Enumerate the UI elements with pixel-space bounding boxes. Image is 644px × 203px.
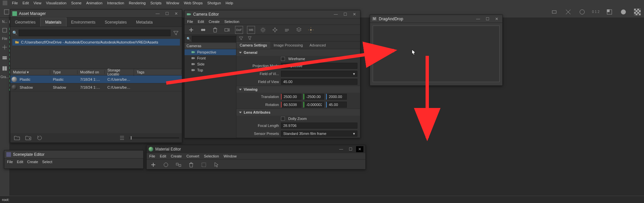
sceneplate-titlebar[interactable]: Sceneplate Editor: [4, 151, 143, 158]
flare-icon[interactable]: [307, 26, 315, 34]
menu-window[interactable]: Window: [166, 1, 179, 5]
sensor-preset-select[interactable]: Standard 35mm film frame▾: [281, 131, 357, 137]
layers-icon[interactable]: [295, 26, 303, 34]
sp-menu-edit[interactable]: Edit: [17, 160, 23, 164]
list-view-icon[interactable]: [118, 134, 126, 142]
tree-item-perspective[interactable]: Perspective: [185, 49, 236, 55]
translation-x[interactable]: [281, 94, 302, 100]
draganddrop-titlebar[interactable]: M DragAndDrop — ☐ ✕: [370, 15, 502, 23]
menu-webshops[interactable]: Web Shops: [184, 1, 203, 5]
sphere-icon[interactable]: [162, 161, 170, 169]
tab-camera-settings[interactable]: Camera Settings: [236, 42, 270, 49]
col-material[interactable]: Material ▾: [10, 70, 50, 74]
tab-image-processing[interactable]: Image Processing: [270, 42, 306, 49]
me-menu-file[interactable]: File: [149, 154, 155, 158]
col-type[interactable]: Type: [50, 70, 77, 74]
rotation-z[interactable]: [326, 102, 347, 108]
add-icon[interactable]: [187, 26, 195, 34]
minimize-button[interactable]: —: [337, 146, 345, 152]
minimize-button[interactable]: —: [154, 11, 161, 17]
maximize-button[interactable]: ☐: [341, 11, 349, 17]
menu-edit[interactable]: Edit: [23, 1, 29, 5]
sun-icon[interactable]: [259, 26, 267, 34]
size-slider[interactable]: [129, 137, 179, 139]
tree-item-side[interactable]: Side: [185, 61, 236, 67]
tab-materials[interactable]: Materials: [40, 18, 66, 27]
side-button[interactable]: [1, 26, 9, 34]
toolbar-button[interactable]: [550, 8, 558, 16]
checkered-icon[interactable]: [633, 8, 641, 16]
filter-icon[interactable]: [172, 29, 180, 37]
funnel-icon[interactable]: [247, 36, 252, 41]
menu-scene[interactable]: Scene: [71, 1, 81, 5]
sp-menu-file[interactable]: File: [7, 160, 13, 164]
me-menu-selection[interactable]: Selection: [204, 154, 219, 158]
tree-item-top[interactable]: Top: [185, 67, 236, 73]
menu-rendering[interactable]: Rendering: [129, 1, 146, 5]
side-button[interactable]: [1, 43, 9, 51]
col-storage[interactable]: Storage Locatio: [105, 68, 134, 76]
table-row[interactable]: Shadow Shadow 7/18/24 1:44 PM C:/Users/b…: [10, 83, 182, 91]
sp-menu-create[interactable]: Create: [27, 160, 38, 164]
section-viewing-head[interactable]: Viewing: [236, 86, 360, 93]
toolbar-button[interactable]: [619, 8, 627, 16]
toolbar-button[interactable]: [605, 8, 613, 16]
drop-zone[interactable]: [373, 26, 500, 82]
me-menu-window[interactable]: Window: [224, 154, 237, 158]
delete-icon[interactable]: [211, 26, 219, 34]
menu-view[interactable]: View: [34, 1, 42, 5]
ce-menu-create[interactable]: Create: [209, 20, 220, 24]
fov-input[interactable]: [281, 79, 357, 85]
material-editor-titlebar[interactable]: Material Editor — ☐ ✕: [147, 145, 365, 153]
dolly-checkbox[interactable]: [281, 117, 285, 121]
ce-menu-edit[interactable]: Edit: [198, 20, 204, 24]
terminal-prompt[interactable]: root:: [0, 196, 644, 203]
tab-environments[interactable]: Environments: [66, 18, 100, 27]
maximize-button[interactable]: ☐: [484, 16, 491, 22]
toolbar-button[interactable]: [578, 8, 586, 16]
tree-header-cameras[interactable]: Cameras: [185, 43, 236, 49]
close-button[interactable]: ✕: [351, 11, 358, 17]
close-button[interactable]: ✕: [173, 11, 180, 17]
add-folder-icon[interactable]: [24, 134, 32, 142]
ce-menu-selection[interactable]: Selection: [224, 20, 239, 24]
projection-mode-select[interactable]: Perspective: [281, 63, 357, 69]
refresh-icon[interactable]: [36, 134, 44, 142]
col-tags[interactable]: Tags: [134, 70, 182, 74]
maximize-button[interactable]: ☐: [163, 11, 171, 17]
minimize-button[interactable]: —: [332, 11, 339, 17]
maximize-button[interactable]: ☐: [347, 146, 354, 152]
table-row[interactable]: Plastic Plastic 7/18/24 1:13 PM C:/Users…: [10, 75, 182, 83]
menu-file[interactable]: File: [12, 1, 18, 5]
menu-visualization[interactable]: Visualization: [46, 1, 66, 5]
focal-input[interactable]: [281, 123, 357, 129]
side-button[interactable]: [1, 64, 9, 72]
ungroup-icon[interactable]: [200, 161, 208, 169]
wireframe-checkbox[interactable]: [281, 57, 285, 61]
translation-y[interactable]: [304, 94, 324, 100]
menu-help[interactable]: Help: [226, 1, 233, 5]
me-menu-convert[interactable]: Convert: [187, 154, 199, 158]
sp-menu-select[interactable]: Select: [42, 160, 53, 164]
minimize-button[interactable]: —: [474, 16, 482, 22]
me-menu-edit[interactable]: Edit: [160, 154, 166, 158]
menu-interaction[interactable]: Interaction: [107, 1, 124, 5]
ce-menu-file[interactable]: File: [187, 20, 193, 24]
menu-scripts[interactable]: Scripts: [150, 1, 162, 5]
dof-icon[interactable]: DoF: [235, 26, 243, 34]
section-lens-head[interactable]: Lens Attributes: [236, 109, 360, 116]
translation-z[interactable]: [326, 94, 347, 100]
group-icon[interactable]: [175, 161, 183, 169]
tab-sceneplates[interactable]: Sceneplates: [100, 18, 131, 27]
add-icon[interactable]: [149, 161, 157, 169]
tree-item-front[interactable]: Front: [185, 55, 236, 61]
select-icon[interactable]: [212, 161, 220, 169]
tab-geometries[interactable]: Geometries: [10, 18, 40, 27]
toolbar-button[interactable]: [564, 8, 572, 16]
folder-path-row[interactable]: C:/Users/benzf/OneDrive - Autodesk/Docum…: [12, 39, 180, 46]
new-folder-icon[interactable]: [13, 134, 21, 142]
asset-search-input[interactable]: [19, 30, 171, 36]
tab-advanced[interactable]: Advanced: [306, 42, 329, 49]
rotation-x[interactable]: [281, 102, 302, 108]
asset-manager-titlebar[interactable]: Asset Manager — ☐ ✕: [10, 10, 182, 18]
